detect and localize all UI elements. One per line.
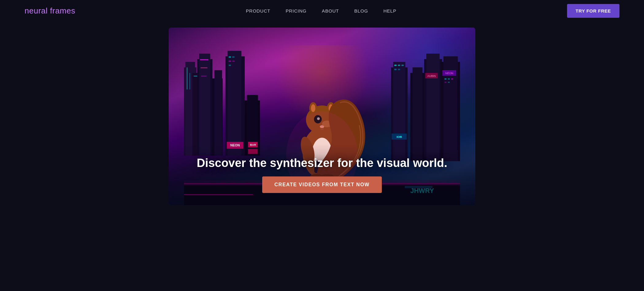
logo[interactable]: neural frames (25, 6, 75, 16)
main-nav: PRODUCT PRICING ABOUT BLOG HELP (246, 8, 397, 13)
svg-rect-53 (398, 65, 400, 66)
svg-rect-18 (232, 61, 235, 62)
svg-rect-70 (448, 78, 450, 80)
svg-rect-8 (200, 59, 208, 60)
svg-rect-74 (457, 78, 460, 150)
svg-rect-4 (190, 73, 190, 89)
nav-blog[interactable]: BLOG (354, 8, 368, 13)
try-for-free-button[interactable]: TRY FOR FREE (567, 4, 619, 18)
site-header: neural frames PRODUCT PRICING ABOUT BLOG… (0, 0, 644, 21)
svg-rect-71 (451, 78, 453, 80)
svg-rect-73 (448, 82, 450, 83)
create-videos-button[interactable]: CREATE VIDEOS FROM TEXT NOW (262, 176, 382, 193)
svg-rect-12 (214, 70, 222, 156)
svg-rect-52 (394, 65, 397, 66)
svg-point-31 (311, 104, 315, 112)
svg-rect-55 (394, 69, 397, 70)
svg-rect-54 (401, 65, 404, 66)
svg-rect-7 (199, 54, 210, 156)
svg-rect-56 (398, 69, 400, 70)
svg-rect-14 (228, 51, 241, 156)
svg-text:IOB: IOB (397, 135, 402, 138)
svg-rect-9 (201, 67, 208, 68)
svg-rect-17 (229, 61, 231, 62)
nav-product[interactable]: PRODUCT (246, 8, 270, 13)
svg-rect-19 (229, 65, 231, 66)
svg-text:NEON: NEON (445, 72, 453, 75)
svg-rect-15 (229, 56, 231, 58)
hero-section: NEON BAR (0, 21, 644, 217)
svg-rect-72 (445, 82, 447, 83)
hero-headline: Discover the synthesizer for the visual … (197, 156, 447, 170)
hero-image-container: NEON BAR (169, 28, 475, 205)
svg-rect-10 (201, 76, 207, 77)
nav-help[interactable]: HELP (383, 8, 396, 13)
hero-text-area: Discover the synthesizer for the visual … (169, 144, 475, 205)
svg-rect-16 (232, 56, 235, 58)
svg-rect-3 (187, 67, 187, 89)
svg-text:AUBIN: AUBIN (427, 74, 436, 77)
svg-rect-69 (445, 78, 447, 80)
nav-about[interactable]: ABOUT (322, 8, 339, 13)
nav-pricing[interactable]: PRICING (286, 8, 306, 13)
